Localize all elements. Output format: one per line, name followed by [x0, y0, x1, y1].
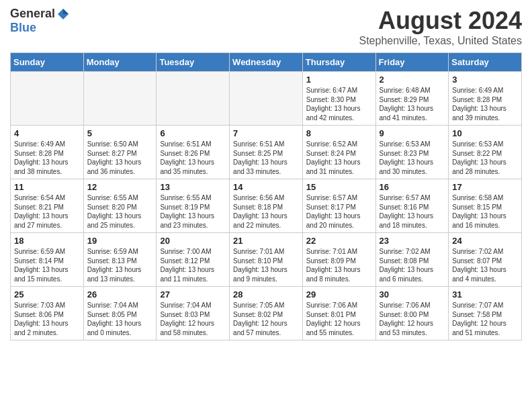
day-number: 18	[14, 236, 80, 246]
calendar-week-1: 1Sunrise: 6:47 AM Sunset: 8:30 PM Daylig…	[11, 72, 522, 126]
day-number: 6	[160, 128, 226, 138]
calendar-week-4: 18Sunrise: 6:59 AM Sunset: 8:14 PM Dayli…	[11, 233, 522, 287]
calendar-week-5: 25Sunrise: 7:03 AM Sunset: 8:06 PM Dayli…	[11, 287, 522, 340]
day-info: Sunrise: 6:51 AM Sunset: 8:26 PM Dayligh…	[160, 140, 226, 176]
page-header: General Blue August 2024 Stephenville, T…	[10, 7, 522, 47]
day-info: Sunrise: 7:04 AM Sunset: 8:03 PM Dayligh…	[160, 301, 226, 337]
day-info: Sunrise: 6:47 AM Sunset: 8:30 PM Dayligh…	[306, 86, 372, 122]
day-number: 9	[380, 128, 445, 138]
calendar-cell: 28Sunrise: 7:05 AM Sunset: 8:02 PM Dayli…	[230, 287, 303, 340]
calendar-cell: 18Sunrise: 6:59 AM Sunset: 8:14 PM Dayli…	[11, 233, 84, 287]
day-number: 13	[160, 182, 226, 192]
day-info: Sunrise: 6:59 AM Sunset: 8:13 PM Dayligh…	[87, 247, 153, 283]
title-block: August 2024 Stephenville, Texas, United …	[359, 7, 522, 47]
day-number: 1	[306, 75, 372, 85]
calendar-cell: 12Sunrise: 6:55 AM Sunset: 8:20 PM Dayli…	[83, 179, 157, 233]
day-number: 8	[306, 128, 372, 138]
calendar-cell: 15Sunrise: 6:57 AM Sunset: 8:17 PM Dayli…	[302, 179, 375, 233]
day-number: 26	[87, 289, 153, 300]
calendar-cell	[11, 72, 84, 126]
logo-blue: Blue	[10, 21, 36, 35]
day-info: Sunrise: 6:57 AM Sunset: 8:16 PM Dayligh…	[380, 193, 445, 230]
calendar-cell: 20Sunrise: 7:00 AM Sunset: 8:12 PM Dayli…	[157, 233, 230, 287]
day-info: Sunrise: 6:59 AM Sunset: 8:14 PM Dayligh…	[14, 247, 80, 283]
day-number: 27	[160, 289, 226, 300]
calendar-cell: 14Sunrise: 6:56 AM Sunset: 8:18 PM Dayli…	[230, 179, 303, 233]
day-number: 22	[306, 236, 372, 246]
day-info: Sunrise: 6:53 AM Sunset: 8:22 PM Dayligh…	[452, 140, 518, 176]
calendar-cell	[157, 72, 230, 126]
calendar-cell: 21Sunrise: 7:01 AM Sunset: 8:10 PM Dayli…	[230, 233, 303, 287]
col-header-friday: Friday	[375, 53, 449, 72]
day-info: Sunrise: 7:06 AM Sunset: 8:00 PM Dayligh…	[380, 301, 445, 337]
day-info: Sunrise: 6:49 AM Sunset: 8:28 PM Dayligh…	[452, 86, 518, 122]
day-info: Sunrise: 6:57 AM Sunset: 8:17 PM Dayligh…	[306, 193, 372, 230]
day-info: Sunrise: 6:56 AM Sunset: 8:18 PM Dayligh…	[233, 193, 299, 230]
day-info: Sunrise: 7:05 AM Sunset: 8:02 PM Dayligh…	[233, 301, 299, 337]
calendar-week-2: 4Sunrise: 6:49 AM Sunset: 8:28 PM Daylig…	[11, 126, 522, 179]
day-number: 12	[87, 182, 153, 192]
day-number: 20	[160, 236, 226, 246]
calendar-header-row: SundayMondayTuesdayWednesdayThursdayFrid…	[11, 53, 522, 72]
day-info: Sunrise: 6:48 AM Sunset: 8:29 PM Dayligh…	[380, 86, 445, 122]
day-info: Sunrise: 7:03 AM Sunset: 8:06 PM Dayligh…	[14, 301, 80, 337]
day-info: Sunrise: 6:54 AM Sunset: 8:21 PM Dayligh…	[14, 193, 80, 230]
day-number: 14	[233, 182, 299, 192]
day-info: Sunrise: 6:52 AM Sunset: 8:24 PM Dayligh…	[306, 140, 372, 176]
logo-icon	[56, 7, 70, 21]
calendar-cell: 16Sunrise: 6:57 AM Sunset: 8:16 PM Dayli…	[375, 179, 449, 233]
col-header-thursday: Thursday	[302, 53, 375, 72]
calendar-cell: 9Sunrise: 6:53 AM Sunset: 8:23 PM Daylig…	[375, 126, 449, 179]
day-number: 16	[380, 182, 445, 192]
day-info: Sunrise: 7:04 AM Sunset: 8:05 PM Dayligh…	[87, 301, 153, 337]
calendar-cell: 23Sunrise: 7:02 AM Sunset: 8:08 PM Dayli…	[375, 233, 449, 287]
day-info: Sunrise: 6:53 AM Sunset: 8:23 PM Dayligh…	[380, 140, 445, 176]
calendar-cell: 2Sunrise: 6:48 AM Sunset: 8:29 PM Daylig…	[375, 72, 449, 126]
calendar-cell	[230, 72, 303, 126]
day-number: 10	[452, 128, 518, 138]
calendar-cell: 6Sunrise: 6:51 AM Sunset: 8:26 PM Daylig…	[157, 126, 230, 179]
day-number: 29	[306, 289, 372, 300]
day-info: Sunrise: 6:58 AM Sunset: 8:15 PM Dayligh…	[452, 193, 518, 230]
day-number: 24	[452, 236, 518, 246]
calendar-cell: 8Sunrise: 6:52 AM Sunset: 8:24 PM Daylig…	[302, 126, 375, 179]
day-info: Sunrise: 7:02 AM Sunset: 8:08 PM Dayligh…	[380, 247, 445, 283]
calendar-cell: 29Sunrise: 7:06 AM Sunset: 8:01 PM Dayli…	[302, 287, 375, 340]
day-info: Sunrise: 7:06 AM Sunset: 8:01 PM Dayligh…	[306, 301, 372, 337]
day-number: 25	[14, 289, 80, 300]
day-number: 15	[306, 182, 372, 192]
calendar-table: SundayMondayTuesdayWednesdayThursdayFrid…	[10, 52, 522, 340]
day-number: 19	[87, 236, 153, 246]
calendar-cell: 25Sunrise: 7:03 AM Sunset: 8:06 PM Dayli…	[11, 287, 84, 340]
day-number: 17	[452, 182, 518, 192]
day-info: Sunrise: 7:07 AM Sunset: 7:58 PM Dayligh…	[452, 301, 518, 337]
day-info: Sunrise: 6:55 AM Sunset: 8:19 PM Dayligh…	[160, 193, 226, 230]
day-info: Sunrise: 6:55 AM Sunset: 8:20 PM Dayligh…	[87, 193, 153, 230]
calendar-cell: 10Sunrise: 6:53 AM Sunset: 8:22 PM Dayli…	[449, 126, 522, 179]
calendar-cell	[83, 72, 157, 126]
day-number: 31	[452, 289, 518, 300]
day-number: 7	[233, 128, 299, 138]
day-number: 23	[380, 236, 445, 246]
calendar-cell: 13Sunrise: 6:55 AM Sunset: 8:19 PM Dayli…	[157, 179, 230, 233]
col-header-wednesday: Wednesday	[230, 53, 303, 72]
day-number: 28	[233, 289, 299, 300]
logo: General Blue	[10, 7, 70, 35]
logo-general: General	[10, 7, 55, 21]
day-number: 30	[380, 289, 445, 300]
calendar-cell: 3Sunrise: 6:49 AM Sunset: 8:28 PM Daylig…	[449, 72, 522, 126]
calendar-cell: 31Sunrise: 7:07 AM Sunset: 7:58 PM Dayli…	[449, 287, 522, 340]
calendar-cell: 24Sunrise: 7:02 AM Sunset: 8:07 PM Dayli…	[449, 233, 522, 287]
day-info: Sunrise: 7:01 AM Sunset: 8:10 PM Dayligh…	[233, 247, 299, 283]
calendar-cell: 5Sunrise: 6:50 AM Sunset: 8:27 PM Daylig…	[83, 126, 157, 179]
calendar-cell: 11Sunrise: 6:54 AM Sunset: 8:21 PM Dayli…	[11, 179, 84, 233]
col-header-monday: Monday	[83, 53, 157, 72]
calendar-cell: 19Sunrise: 6:59 AM Sunset: 8:13 PM Dayli…	[83, 233, 157, 287]
day-info: Sunrise: 7:01 AM Sunset: 8:09 PM Dayligh…	[306, 247, 372, 283]
col-header-tuesday: Tuesday	[157, 53, 230, 72]
calendar-cell: 22Sunrise: 7:01 AM Sunset: 8:09 PM Dayli…	[302, 233, 375, 287]
day-info: Sunrise: 6:49 AM Sunset: 8:28 PM Dayligh…	[14, 140, 80, 176]
day-info: Sunrise: 7:02 AM Sunset: 8:07 PM Dayligh…	[452, 247, 518, 283]
day-number: 21	[233, 236, 299, 246]
calendar-cell: 1Sunrise: 6:47 AM Sunset: 8:30 PM Daylig…	[302, 72, 375, 126]
